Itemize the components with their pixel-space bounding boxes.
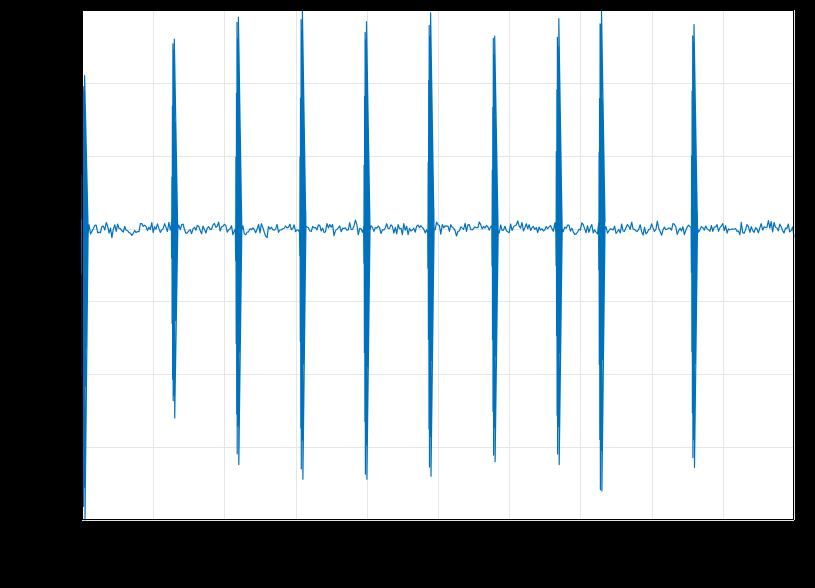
y-tick-label: -1.5 [48, 439, 82, 456]
x-axis-label: Sample # [406, 548, 469, 565]
x-tick-label: 0 [78, 526, 86, 543]
x-tick-label: 0.8 [356, 526, 377, 543]
y-tick-label: -2 [61, 512, 82, 529]
x-tick-label: 0.4 [214, 526, 235, 543]
y-tick-label: -1 [61, 366, 82, 383]
plot-area [82, 10, 794, 520]
signal-line [82, 10, 794, 520]
x-tick-label: 0.2 [143, 526, 164, 543]
y-tick-label: 0 [66, 220, 82, 237]
figure: Sample # Amplitude ×10^5 00.20.40.60.811… [0, 0, 815, 588]
y-tick-label: 1.5 [53, 2, 82, 19]
chart-axes [82, 10, 794, 520]
grid-line-vertical [794, 10, 795, 520]
x-tick-label: 1 [434, 526, 442, 543]
grid-line-horizontal [82, 520, 794, 521]
y-tick-label: 1 [66, 74, 82, 91]
x-tick-label: 1.4 [570, 526, 591, 543]
x-tick-label: 0.6 [285, 526, 306, 543]
y-tick-label: 0.5 [53, 147, 82, 164]
x-tick-label: 2 [790, 526, 798, 543]
x-tick-label: 1.2 [499, 526, 520, 543]
x-axis-exponent: ×10^5 [758, 548, 796, 564]
x-tick-label: 1.8 [712, 526, 733, 543]
y-tick-label: -0.5 [48, 293, 82, 310]
x-tick-label: 1.6 [641, 526, 662, 543]
